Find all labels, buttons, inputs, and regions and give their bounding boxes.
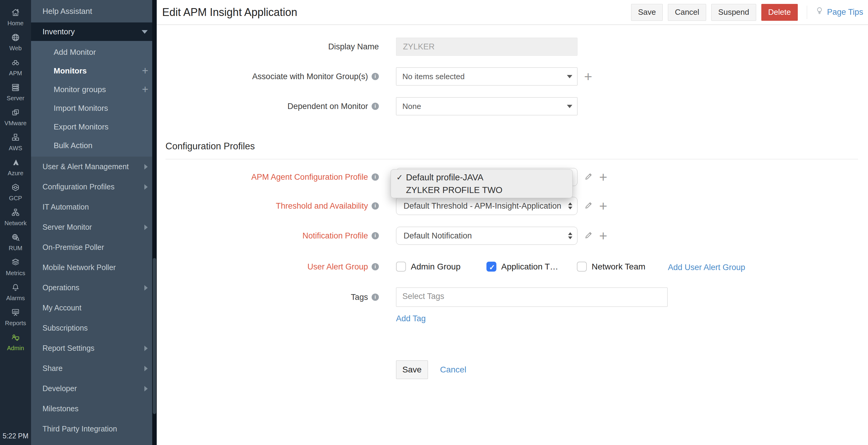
sidebar-item-help-assistant[interactable]: Help Assistant bbox=[31, 0, 157, 23]
chevron-right-icon bbox=[144, 184, 148, 190]
rail-item-gcp[interactable]: GCP bbox=[0, 180, 31, 205]
sidebar-item-bulk-action[interactable]: Bulk Action bbox=[31, 136, 157, 155]
rail-item-azure[interactable]: Azure bbox=[0, 155, 31, 180]
add-notification-icon[interactable]: + bbox=[599, 229, 607, 243]
edit-profile-icon[interactable] bbox=[584, 172, 593, 182]
checkbox-admin-group[interactable]: Admin Group bbox=[396, 262, 461, 272]
rail-item-server[interactable]: Server bbox=[0, 80, 31, 105]
sidebar-item-user-alert-management[interactable]: User & Alert Management bbox=[31, 157, 157, 177]
azure-icon bbox=[11, 158, 20, 168]
server-icon bbox=[11, 83, 20, 93]
add-tag-link[interactable]: Add Tag bbox=[396, 314, 426, 323]
rail-item-aws[interactable]: AWS bbox=[0, 130, 31, 155]
info-icon[interactable]: i bbox=[372, 294, 379, 301]
app-window: Home Web APM Server VMware AWS Azure GC bbox=[0, 0, 868, 445]
rail-item-label: Web bbox=[9, 45, 22, 52]
rail-item-label: Admin bbox=[7, 345, 24, 352]
checkbox-checked-icon[interactable] bbox=[487, 262, 496, 272]
sidebar-item-it-automation[interactable]: IT Automation bbox=[31, 197, 157, 217]
dropdown-option[interactable]: ZYLKER PROFILE TWO bbox=[391, 184, 572, 196]
form-cancel-link[interactable]: Cancel bbox=[440, 365, 466, 375]
admin-icon bbox=[11, 333, 20, 343]
sidebar-item-milestones[interactable]: Milestones bbox=[31, 399, 157, 419]
sidebar-item-monitor-groups[interactable]: Monitor groups + bbox=[31, 80, 157, 99]
chevron-right-icon bbox=[144, 164, 148, 170]
monitor-groups-dropdown[interactable]: No items selected bbox=[396, 67, 578, 85]
chevron-right-icon bbox=[144, 366, 148, 371]
plus-icon[interactable]: + bbox=[142, 84, 148, 95]
scrollbar-thumb[interactable] bbox=[153, 258, 156, 414]
info-icon[interactable]: i bbox=[372, 263, 379, 270]
apm-profile-label: APM Agent Configuration Profile bbox=[251, 173, 368, 182]
info-icon[interactable]: i bbox=[372, 202, 379, 210]
checkbox-application-team[interactable]: Application T… bbox=[487, 262, 558, 272]
rail-item-metrics[interactable]: Metrics bbox=[0, 255, 31, 280]
rail-item-rum[interactable]: RUM bbox=[0, 230, 31, 255]
rail-item-vmware[interactable]: VMware bbox=[0, 105, 31, 130]
rail-item-label: Network bbox=[4, 220, 27, 227]
sidebar-item-my-account[interactable]: My Account bbox=[31, 298, 157, 318]
rail-item-web[interactable]: Web bbox=[0, 30, 31, 55]
clock-time: 5:22 PM bbox=[0, 432, 31, 440]
plus-icon[interactable]: + bbox=[142, 65, 148, 76]
rail-item-home[interactable]: Home bbox=[0, 5, 31, 30]
sidebar-item-third-party-integration[interactable]: Third Party Integration bbox=[31, 419, 157, 439]
info-icon[interactable]: i bbox=[372, 232, 379, 239]
info-icon[interactable]: i bbox=[372, 103, 379, 110]
sidebar-item-report-settings[interactable]: Report Settings bbox=[31, 338, 157, 358]
checkbox-icon[interactable] bbox=[577, 262, 587, 272]
sidebar-item-export-monitors[interactable]: Export Monitors bbox=[31, 117, 157, 136]
rail-item-label: VMware bbox=[4, 120, 27, 127]
sidebar-item-on-premise-poller[interactable]: On-Premise Poller bbox=[31, 237, 157, 258]
rail-item-reports[interactable]: Reports bbox=[0, 305, 31, 330]
chevron-down-icon bbox=[142, 30, 148, 34]
rail-item-label: Metrics bbox=[6, 270, 25, 277]
sidebar-scrollbar[interactable] bbox=[152, 0, 157, 445]
sidebar-item-mobile-network-poller[interactable]: Mobile Network Poller bbox=[31, 258, 157, 278]
add-profile-icon[interactable]: + bbox=[599, 170, 607, 184]
edit-monitor-form: Display Name ZYLKER Associate with Monit… bbox=[157, 0, 868, 445]
sidebar-item-add-monitor[interactable]: Add Monitor bbox=[31, 43, 157, 61]
rail-item-admin[interactable]: Admin bbox=[0, 330, 31, 355]
checkbox-network-team[interactable]: Network Team bbox=[577, 262, 645, 272]
sidebar-item-developer[interactable]: Developer bbox=[31, 378, 157, 399]
rail-item-network[interactable]: Network bbox=[0, 205, 31, 230]
globe-icon bbox=[11, 33, 20, 43]
sidebar-item-inventory[interactable]: Inventory bbox=[31, 23, 157, 41]
section-title-configuration-profiles: Configuration Profiles bbox=[165, 141, 255, 152]
rail-item-label: AWS bbox=[9, 145, 22, 152]
rail-item-alarms[interactable]: Alarms bbox=[0, 280, 31, 305]
add-threshold-icon[interactable]: + bbox=[599, 199, 607, 213]
tags-input[interactable] bbox=[396, 287, 668, 307]
sidebar-item-monitors[interactable]: Monitors + bbox=[31, 61, 157, 80]
checkbox-icon[interactable] bbox=[396, 262, 406, 272]
form-save-button[interactable]: Save bbox=[396, 361, 428, 379]
chevron-right-icon bbox=[144, 386, 148, 391]
sidebar-item-share[interactable]: Share bbox=[31, 358, 157, 378]
threshold-label: Threshold and Availability bbox=[276, 201, 368, 211]
threshold-select[interactable]: Default Threshold - APM-Insight-Applicat… bbox=[396, 197, 578, 215]
rail-item-apm[interactable]: APM bbox=[0, 55, 31, 80]
info-icon[interactable]: i bbox=[372, 73, 379, 80]
notification-label: Notification Profile bbox=[302, 231, 368, 241]
rail-item-label: Reports bbox=[5, 320, 26, 327]
sidebar-item-subscriptions[interactable]: Subscriptions bbox=[31, 318, 157, 338]
inventory-submenu: Add Monitor Monitors + Monitor groups + … bbox=[31, 41, 157, 157]
binoculars-icon bbox=[11, 58, 20, 68]
edit-notification-icon[interactable] bbox=[584, 231, 593, 241]
notification-select[interactable]: Default Notification bbox=[396, 227, 578, 245]
add-user-alert-group-link[interactable]: Add User Alert Group bbox=[668, 263, 745, 272]
add-monitor-group-icon[interactable]: + bbox=[584, 70, 592, 83]
sidebar-item-operations[interactable]: Operations bbox=[31, 278, 157, 298]
edit-threshold-icon[interactable] bbox=[584, 201, 593, 211]
sidebar-item-server-monitor[interactable]: Server Monitor bbox=[31, 217, 157, 237]
sidebar-item-configuration-profiles[interactable]: Configuration Profiles bbox=[31, 177, 157, 197]
sidebar-item-label: Inventory bbox=[42, 27, 75, 36]
dependent-monitor-dropdown[interactable]: None bbox=[396, 97, 578, 115]
dropdown-option-selected[interactable]: ✓ Default profile-JAVA bbox=[391, 171, 572, 184]
apm-profile-dropdown-menu: ✓ Default profile-JAVA ZYLKER PROFILE TW… bbox=[391, 169, 572, 198]
rum-globe-search-icon bbox=[11, 233, 20, 243]
sidebar-item-import-monitors[interactable]: Import Monitors bbox=[31, 99, 157, 117]
chevron-right-icon bbox=[144, 346, 148, 351]
info-icon[interactable]: i bbox=[372, 173, 379, 181]
